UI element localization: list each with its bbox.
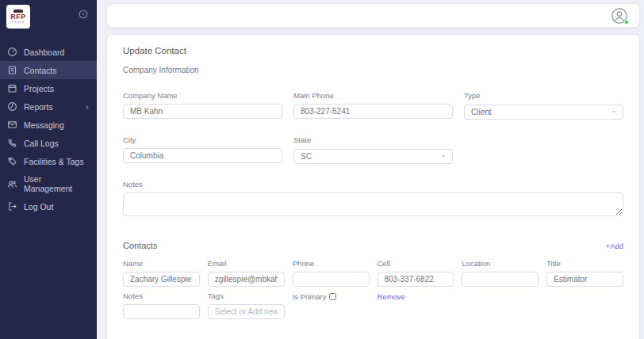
sidebar-item-label: Messaging: [24, 120, 64, 130]
logo-text: RFP: [10, 13, 26, 21]
contact-title-label: Title: [546, 259, 623, 268]
topbar: [107, 4, 639, 27]
users-icon: [7, 179, 17, 189]
calendar-icon: [7, 83, 17, 93]
sidebar-item-contacts[interactable]: Contacts: [0, 61, 97, 79]
sidebar-item-messaging[interactable]: Messaging: [0, 116, 97, 134]
type-label: Type: [464, 91, 623, 100]
contact-phone-field[interactable]: [293, 272, 370, 287]
logout-icon: [7, 201, 17, 211]
sidebar-header: RFP TOOLS: [0, 0, 97, 35]
sidebar-item-label: Facilities & Tags: [24, 157, 84, 166]
company-name-field[interactable]: [123, 104, 282, 119]
logo-subtext: TOOLS: [12, 21, 25, 24]
contact-location-field[interactable]: [462, 272, 539, 287]
sidebar-item-label: Call Logs: [24, 139, 59, 148]
contact-email-label: Email: [208, 259, 285, 268]
sidebar-item-label: Reports: [24, 102, 53, 112]
contacts-section-title: Contacts: [123, 241, 157, 250]
app-logo[interactable]: RFP TOOLS: [6, 5, 30, 29]
phone-icon: [7, 138, 17, 148]
sidebar-item-call-logs[interactable]: Call Logs: [0, 134, 97, 152]
contact-notes-label: Notes: [123, 291, 200, 300]
state-label: State: [293, 135, 453, 144]
add-contact-link[interactable]: +Add: [606, 242, 623, 250]
is-primary-group: Is Primary: [293, 291, 370, 319]
sidebar-item-dashboard[interactable]: Dashboard: [0, 43, 97, 61]
city-field[interactable]: [123, 148, 282, 163]
sidebar-item-user-management[interactable]: User Management: [0, 170, 97, 197]
contact-location-label: Location: [462, 259, 539, 268]
contact-name-label: Name: [123, 259, 200, 268]
sidebar-item-projects[interactable]: Projects: [0, 79, 97, 97]
sidebar-item-label: Log Out: [24, 202, 53, 211]
is-primary-label: Is Primary: [293, 292, 327, 301]
contact-row: Name Email Phone Cell Location Title: [123, 259, 623, 287]
company-information-label: Company Information: [123, 66, 623, 74]
page-title: Update Contact: [123, 46, 623, 55]
contact-tags-field[interactable]: [208, 304, 285, 319]
online-status-dot: [624, 20, 629, 25]
contact-card-icon: [7, 65, 17, 75]
target-circle-icon: [78, 9, 89, 20]
is-primary-checkbox[interactable]: [329, 293, 336, 300]
type-select[interactable]: [464, 105, 623, 120]
contact-tags-label: Tags: [208, 291, 285, 300]
sidebar-item-facilities-tags[interactable]: Facilities & Tags: [0, 152, 97, 170]
company-notes-label: Notes: [123, 180, 623, 189]
sidebar: RFP TOOLS Dashboard Contacts Projects Re…: [0, 0, 97, 339]
contact-cell-label: Cell: [378, 259, 454, 268]
envelope-icon: [7, 120, 17, 130]
chevron-right-icon: ›: [86, 102, 89, 112]
company-notes-field[interactable]: [123, 192, 623, 216]
sidebar-collapse-toggle[interactable]: [78, 9, 89, 23]
state-select[interactable]: [293, 149, 453, 164]
sidebar-item-reports[interactable]: Reports ›: [0, 97, 97, 116]
sidebar-item-label: Dashboard: [24, 48, 64, 57]
contact-row-extra: Notes Tags Is Primary Remove: [123, 291, 623, 319]
gauge-icon: [7, 47, 17, 57]
contact-phone-label: Phone: [293, 259, 370, 268]
contact-name-field[interactable]: [123, 272, 200, 287]
update-contact-form: Update Contact Company Information Compa…: [107, 35, 639, 339]
contact-notes-field[interactable]: [123, 304, 200, 319]
user-avatar-button[interactable]: [611, 7, 628, 25]
sidebar-item-label: User Management: [24, 174, 89, 193]
contact-email-field[interactable]: [208, 272, 285, 287]
contact-cell-field[interactable]: [378, 272, 454, 287]
tag-icon: [7, 156, 17, 166]
company-name-label: Company Name: [123, 91, 282, 100]
contact-title-field[interactable]: [546, 272, 623, 287]
main-phone-field[interactable]: [293, 104, 453, 119]
main-phone-label: Main Phone: [293, 91, 453, 100]
pie-chart-icon: [7, 101, 17, 112]
city-label: City: [123, 135, 282, 144]
remove-contact-link[interactable]: Remove: [378, 291, 454, 319]
sidebar-item-label: Contacts: [24, 66, 56, 75]
sidebar-item-log-out[interactable]: Log Out: [0, 197, 97, 215]
sidebar-item-label: Projects: [24, 84, 54, 93]
sidebar-nav: Dashboard Contacts Projects Reports › Me…: [0, 43, 97, 215]
